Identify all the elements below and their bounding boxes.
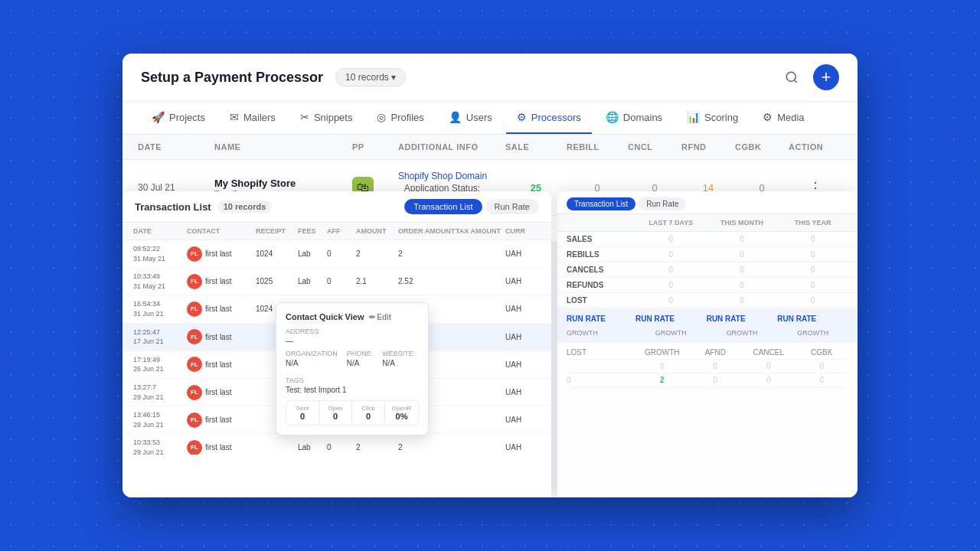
- th-receipt: RECEIPT: [256, 227, 298, 235]
- add-button[interactable]: +: [813, 64, 839, 90]
- stats-panel: Transaction List Run Rate LAST 7 DAYS TH…: [557, 191, 858, 497]
- col-cgbk: CGBK: [735, 142, 789, 152]
- qv-website-field: Website: N/A: [382, 350, 415, 367]
- stats-row-lost: LOST 0 0 0: [557, 293, 858, 308]
- tab-mailers[interactable]: ✉ Mailers: [219, 102, 286, 134]
- th-contact: CONTACT: [187, 227, 256, 235]
- overlay-panels: Transaction List 10 records Transaction …: [122, 191, 858, 497]
- contact-avatar: FL: [187, 302, 202, 317]
- col-pp: PP: [352, 142, 398, 152]
- th-amount: AMOUNT: [356, 227, 398, 235]
- qv-stat-sent: Sent 0: [286, 401, 319, 425]
- qv-edit-icon[interactable]: ✏ Edit: [369, 313, 392, 321]
- domains-icon: 🌐: [606, 111, 619, 123]
- tab-domains[interactable]: 🌐 Domains: [595, 102, 673, 134]
- col-rfnd: RFND: [681, 142, 735, 152]
- col-sale: SALE: [505, 142, 567, 152]
- contact-avatar: FL: [187, 246, 202, 262]
- stats-row-rebills: REBILLS 0 0 0: [557, 247, 858, 262]
- run-rate-section: RUN RATE RUN RATE RUN RATE RUN RATE GROW…: [557, 308, 858, 343]
- th-fees: FEES: [298, 227, 327, 235]
- qv-address-field: Address: —: [286, 328, 419, 345]
- run-rate-tab[interactable]: Run Rate: [485, 199, 539, 214]
- transaction-header: Transaction List 10 records Transaction …: [122, 191, 551, 223]
- qv-stat-open: Open 0: [319, 401, 352, 425]
- tab-snippets[interactable]: ✂ Snippets: [289, 102, 364, 134]
- header-right: +: [779, 64, 839, 90]
- nav-tabs: 🚀 Projects ✉ Mailers ✂ Snippets ◎ Profil…: [122, 102, 858, 135]
- list-item: 10:33:5329 Jun 21 FLfirst last Lab 0 2 2…: [122, 434, 551, 455]
- header: Setup a Payment Processor 10 records ▾ +: [122, 54, 858, 102]
- col-date: DATE: [138, 142, 214, 152]
- contact-avatar: FL: [187, 385, 202, 400]
- th-tax: TAX AMOUNT: [456, 227, 505, 235]
- stats-tabs: Transaction List Run Rate: [557, 191, 858, 214]
- projects-icon: 🚀: [152, 111, 165, 123]
- contact-avatar: FL: [187, 329, 202, 344]
- records-badge[interactable]: 10 records ▾: [335, 68, 406, 86]
- main-container: Setup a Payment Processor 10 records ▾ +…: [122, 54, 858, 497]
- processors-icon: ⚙: [517, 111, 527, 123]
- tab-projects[interactable]: 🚀 Projects: [141, 102, 216, 134]
- stats-transaction-tab[interactable]: Transaction List: [567, 197, 635, 210]
- svg-line-1: [794, 80, 796, 82]
- col-rebill: REBILL: [567, 142, 628, 152]
- col-cncl: CNCL: [628, 142, 681, 152]
- stats-row-refunds: REFUNDS 0 0 0: [557, 278, 858, 293]
- table-header: DATE NAME PP ADDITIONAL INFO SALE REBILL…: [122, 135, 858, 160]
- stats-row-sales: SALES 0 0 0: [557, 232, 858, 247]
- transaction-records-badge[interactable]: 10 records: [217, 201, 273, 213]
- snippets-icon: ✂: [300, 111, 309, 123]
- th-order-amount: ORDER AMOUNT: [398, 227, 456, 235]
- quick-view-popup: Contact Quick View ✏ Edit Address: — Org…: [276, 302, 429, 435]
- tab-profiles[interactable]: ◎ Profiles: [366, 102, 434, 134]
- header-left: Setup a Payment Processor 10 records ▾: [141, 68, 406, 86]
- qv-org-field: Organization N/A: [286, 350, 338, 367]
- th-date: DATE: [133, 227, 187, 235]
- stats-extra-rows: LOST GROWTH AFND CANCEL CGBK 0 0 0 0: [557, 343, 858, 390]
- stats-row-cancels: CANCELS 0 0 0: [557, 262, 858, 278]
- th-curr: CURR: [505, 227, 547, 235]
- qv-org-phone-row: Organization N/A Phone: N/A Website: N/A: [286, 350, 419, 372]
- transaction-list-tab[interactable]: Transaction List: [404, 199, 482, 214]
- content-area: DATE NAME PP ADDITIONAL INFO SALE REBILL…: [122, 135, 858, 497]
- stats-col-headers: LAST 7 DAYS THIS MONTH THIS YEAR: [557, 214, 858, 232]
- col-info: ADDITIONAL INFO: [398, 142, 505, 152]
- tab-media[interactable]: ⚙ Media: [752, 102, 815, 134]
- contact-avatar: FL: [187, 357, 202, 372]
- col-name: NAME: [214, 142, 352, 152]
- qv-title-text: Contact Quick View: [286, 312, 364, 321]
- col-action: ACTION: [789, 142, 842, 152]
- qv-stat-openr: OpenR 0%: [385, 401, 418, 425]
- scoring-icon: 📊: [687, 111, 700, 123]
- list-item: 09:52:2231 May 21 FLfirst last 1024 Lab …: [122, 240, 551, 268]
- stats-run-rate-tab[interactable]: Run Rate: [639, 197, 686, 210]
- media-icon: ⚙: [763, 111, 773, 123]
- transaction-panel: Transaction List 10 records Transaction …: [122, 191, 551, 497]
- tab-processors[interactable]: ⚙ Processors: [506, 102, 592, 134]
- th-aff: AFF: [327, 227, 356, 235]
- tab-users[interactable]: 👤 Users: [438, 102, 503, 134]
- qv-stats: Sent 0 Open 0 Click 0 OpenR: [286, 400, 419, 425]
- list-item: 10:33:4931 May 21 FLfirst last 1025 Lab …: [122, 268, 551, 295]
- contact-avatar: FL: [187, 412, 202, 428]
- qv-stat-click: Click 0: [352, 401, 385, 425]
- transaction-tab-buttons: Transaction List Run Rate: [404, 199, 539, 214]
- transaction-title: Transaction List 10 records: [135, 201, 272, 213]
- profiles-icon: ◎: [377, 111, 386, 123]
- tab-scoring[interactable]: 📊 Scoring: [676, 102, 749, 134]
- contact-avatar: FL: [187, 440, 202, 455]
- mailers-icon: ✉: [230, 111, 239, 123]
- transaction-table-header: DATE CONTACT RECEIPT FEES AFF AMOUNT ORD…: [122, 223, 551, 240]
- contact-avatar: FL: [187, 274, 202, 289]
- users-icon: 👤: [449, 111, 462, 123]
- search-button[interactable]: [779, 65, 804, 90]
- qv-phone-field: Phone: N/A: [347, 350, 374, 367]
- svg-point-0: [786, 72, 795, 81]
- page-title: Setup a Payment Processor: [141, 70, 323, 86]
- qv-tags-field: Tags Test: test Import 1: [286, 377, 419, 394]
